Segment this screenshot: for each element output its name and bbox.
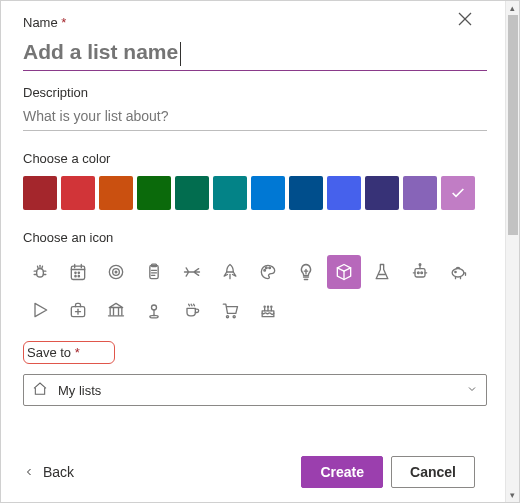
scroll-thumb[interactable] [508, 15, 518, 235]
svg-point-17 [78, 276, 79, 277]
chevron-down-icon [466, 383, 478, 398]
coffee-icon[interactable] [175, 293, 209, 327]
bank-icon[interactable] [99, 293, 133, 327]
cake-icon[interactable] [251, 293, 285, 327]
color-swatch-dark-red[interactable] [23, 176, 57, 210]
choose-icon-label: Choose an icon [23, 230, 487, 245]
scroll-up-arrow[interactable]: ▴ [506, 1, 520, 15]
firstaid-icon[interactable] [61, 293, 95, 327]
name-required: * [61, 15, 66, 30]
cube-icon[interactable] [327, 255, 361, 289]
svg-point-15 [78, 272, 79, 273]
close-button[interactable] [457, 11, 477, 31]
svg-point-54 [226, 316, 228, 318]
bug-icon[interactable] [23, 255, 57, 289]
save-to-label: Save to * [23, 341, 115, 364]
chevron-left-icon [23, 466, 35, 478]
flask-icon[interactable] [365, 255, 399, 289]
piggybank-icon[interactable] [441, 255, 475, 289]
icon-grid [23, 255, 491, 327]
color-swatch-row [23, 176, 487, 210]
svg-point-27 [264, 270, 266, 272]
text-caret [180, 42, 181, 66]
svg-point-20 [115, 271, 117, 273]
svg-point-28 [266, 267, 268, 269]
create-label: Create [320, 464, 364, 480]
color-swatch-dark-green[interactable] [175, 176, 209, 210]
svg-line-4 [38, 266, 39, 269]
airplane-icon[interactable] [175, 255, 209, 289]
save-to-selected: My lists [58, 383, 101, 398]
save-to-label-text: Save to [27, 345, 71, 360]
svg-point-56 [264, 306, 265, 307]
color-swatch-teal[interactable] [213, 176, 247, 210]
color-swatch-blue[interactable] [251, 176, 285, 210]
save-to-dropdown[interactable]: My lists [23, 374, 487, 406]
back-label: Back [43, 464, 74, 480]
home-icon [32, 381, 48, 400]
svg-point-55 [233, 316, 235, 318]
robot-icon[interactable] [403, 255, 437, 289]
cancel-button[interactable]: Cancel [391, 456, 475, 488]
play-icon[interactable] [23, 293, 57, 327]
clipboard-icon[interactable] [137, 255, 171, 289]
svg-rect-34 [415, 269, 425, 277]
vertical-scrollbar[interactable]: ▴ ▾ [505, 1, 519, 502]
svg-point-42 [455, 271, 456, 272]
svg-marker-43 [35, 303, 47, 316]
color-swatch-indigo[interactable] [327, 176, 361, 210]
scroll-track[interactable] [506, 15, 520, 488]
svg-point-35 [418, 272, 420, 274]
svg-point-19 [113, 269, 120, 276]
calendar-icon[interactable] [61, 255, 95, 289]
svg-point-58 [271, 306, 272, 307]
svg-rect-2 [37, 269, 44, 277]
description-input[interactable] [23, 100, 487, 131]
target-icon[interactable] [99, 255, 133, 289]
lightbulb-icon[interactable] [289, 255, 323, 289]
svg-point-38 [419, 264, 421, 266]
cancel-label: Cancel [410, 464, 456, 480]
color-swatch-red[interactable] [61, 176, 95, 210]
save-to-required: * [75, 345, 80, 360]
color-swatch-pink-purple[interactable] [441, 176, 475, 210]
back-button[interactable]: Back [23, 464, 74, 480]
svg-rect-21 [150, 265, 158, 278]
name-label: Name * [23, 15, 487, 30]
svg-point-16 [75, 276, 76, 277]
rocket-icon[interactable] [213, 255, 247, 289]
palette-icon[interactable] [251, 255, 285, 289]
svg-point-53 [150, 315, 158, 318]
name-input[interactable] [23, 34, 487, 71]
color-swatch-navy[interactable] [365, 176, 399, 210]
check-icon [450, 185, 466, 201]
svg-point-36 [421, 272, 423, 274]
svg-line-5 [42, 266, 43, 269]
location-icon[interactable] [137, 293, 171, 327]
color-swatch-green[interactable] [137, 176, 171, 210]
description-label: Description [23, 85, 487, 100]
color-swatch-purple[interactable] [403, 176, 437, 210]
choose-color-label: Choose a color [23, 151, 487, 166]
svg-point-14 [75, 272, 76, 273]
name-label-text: Name [23, 15, 58, 30]
cart-icon[interactable] [213, 293, 247, 327]
svg-point-18 [109, 265, 122, 278]
svg-point-57 [267, 306, 268, 307]
color-swatch-dark-blue[interactable] [289, 176, 323, 210]
svg-point-52 [152, 305, 157, 310]
svg-point-29 [269, 267, 271, 269]
create-button[interactable]: Create [301, 456, 383, 488]
color-swatch-orange[interactable] [99, 176, 133, 210]
scroll-down-arrow[interactable]: ▾ [506, 488, 520, 502]
svg-point-41 [452, 269, 464, 277]
